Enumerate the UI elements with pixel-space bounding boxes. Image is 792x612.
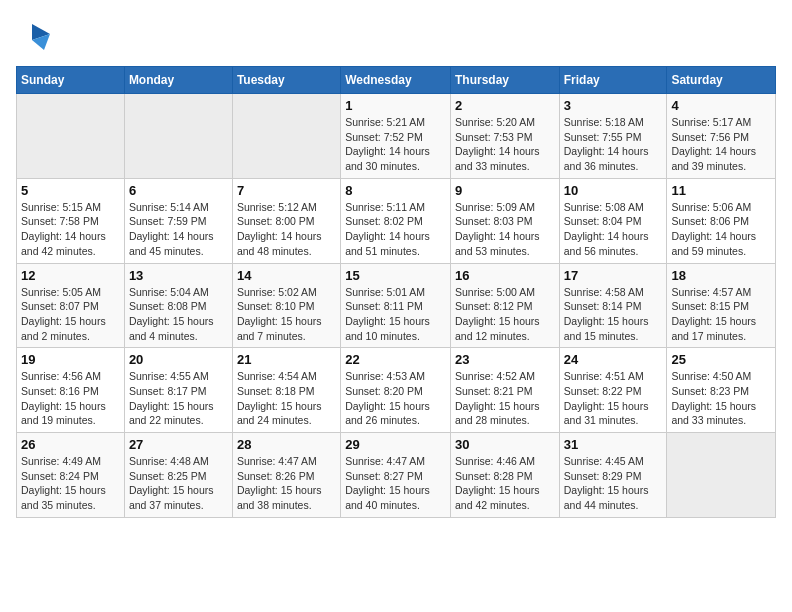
day-info: Sunrise: 4:53 AM Sunset: 8:20 PM Dayligh… (345, 369, 446, 428)
calendar-week-row: 26Sunrise: 4:49 AM Sunset: 8:24 PM Dayli… (17, 433, 776, 518)
calendar-week-row: 5Sunrise: 5:15 AM Sunset: 7:58 PM Daylig… (17, 178, 776, 263)
calendar-cell: 31Sunrise: 4:45 AM Sunset: 8:29 PM Dayli… (559, 433, 667, 518)
weekday-header: Monday (124, 67, 232, 94)
day-number: 26 (21, 437, 120, 452)
calendar-cell: 26Sunrise: 4:49 AM Sunset: 8:24 PM Dayli… (17, 433, 125, 518)
weekday-header: Tuesday (232, 67, 340, 94)
weekday-header: Wednesday (341, 67, 451, 94)
day-info: Sunrise: 5:06 AM Sunset: 8:06 PM Dayligh… (671, 200, 771, 259)
day-number: 27 (129, 437, 228, 452)
calendar-cell (124, 94, 232, 179)
day-info: Sunrise: 5:21 AM Sunset: 7:52 PM Dayligh… (345, 115, 446, 174)
day-number: 25 (671, 352, 771, 367)
day-number: 18 (671, 268, 771, 283)
calendar-table: SundayMondayTuesdayWednesdayThursdayFrid… (16, 66, 776, 518)
logo (16, 16, 52, 58)
calendar-cell: 13Sunrise: 5:04 AM Sunset: 8:08 PM Dayli… (124, 263, 232, 348)
day-number: 10 (564, 183, 663, 198)
calendar-cell: 18Sunrise: 4:57 AM Sunset: 8:15 PM Dayli… (667, 263, 776, 348)
calendar-cell: 12Sunrise: 5:05 AM Sunset: 8:07 PM Dayli… (17, 263, 125, 348)
day-info: Sunrise: 5:01 AM Sunset: 8:11 PM Dayligh… (345, 285, 446, 344)
day-info: Sunrise: 4:57 AM Sunset: 8:15 PM Dayligh… (671, 285, 771, 344)
calendar-cell: 14Sunrise: 5:02 AM Sunset: 8:10 PM Dayli… (232, 263, 340, 348)
calendar-cell: 2Sunrise: 5:20 AM Sunset: 7:53 PM Daylig… (450, 94, 559, 179)
day-info: Sunrise: 5:20 AM Sunset: 7:53 PM Dayligh… (455, 115, 555, 174)
day-info: Sunrise: 4:45 AM Sunset: 8:29 PM Dayligh… (564, 454, 663, 513)
calendar-cell: 27Sunrise: 4:48 AM Sunset: 8:25 PM Dayli… (124, 433, 232, 518)
day-info: Sunrise: 5:14 AM Sunset: 7:59 PM Dayligh… (129, 200, 228, 259)
calendar-cell: 4Sunrise: 5:17 AM Sunset: 7:56 PM Daylig… (667, 94, 776, 179)
day-info: Sunrise: 4:52 AM Sunset: 8:21 PM Dayligh… (455, 369, 555, 428)
day-number: 6 (129, 183, 228, 198)
day-info: Sunrise: 4:48 AM Sunset: 8:25 PM Dayligh… (129, 454, 228, 513)
calendar-cell: 9Sunrise: 5:09 AM Sunset: 8:03 PM Daylig… (450, 178, 559, 263)
day-info: Sunrise: 4:55 AM Sunset: 8:17 PM Dayligh… (129, 369, 228, 428)
calendar-cell: 8Sunrise: 5:11 AM Sunset: 8:02 PM Daylig… (341, 178, 451, 263)
day-number: 31 (564, 437, 663, 452)
day-info: Sunrise: 5:00 AM Sunset: 8:12 PM Dayligh… (455, 285, 555, 344)
day-number: 22 (345, 352, 446, 367)
day-number: 12 (21, 268, 120, 283)
day-info: Sunrise: 5:12 AM Sunset: 8:00 PM Dayligh… (237, 200, 336, 259)
calendar-cell (232, 94, 340, 179)
day-number: 24 (564, 352, 663, 367)
calendar-cell: 23Sunrise: 4:52 AM Sunset: 8:21 PM Dayli… (450, 348, 559, 433)
day-info: Sunrise: 4:47 AM Sunset: 8:26 PM Dayligh… (237, 454, 336, 513)
day-number: 11 (671, 183, 771, 198)
day-info: Sunrise: 4:47 AM Sunset: 8:27 PM Dayligh… (345, 454, 446, 513)
calendar-cell: 17Sunrise: 4:58 AM Sunset: 8:14 PM Dayli… (559, 263, 667, 348)
calendar-cell: 29Sunrise: 4:47 AM Sunset: 8:27 PM Dayli… (341, 433, 451, 518)
calendar-week-row: 19Sunrise: 4:56 AM Sunset: 8:16 PM Dayli… (17, 348, 776, 433)
calendar-header-row: SundayMondayTuesdayWednesdayThursdayFrid… (17, 67, 776, 94)
day-number: 21 (237, 352, 336, 367)
weekday-header: Friday (559, 67, 667, 94)
calendar-cell (17, 94, 125, 179)
calendar-cell: 3Sunrise: 5:18 AM Sunset: 7:55 PM Daylig… (559, 94, 667, 179)
calendar-cell: 11Sunrise: 5:06 AM Sunset: 8:06 PM Dayli… (667, 178, 776, 263)
calendar-week-row: 1Sunrise: 5:21 AM Sunset: 7:52 PM Daylig… (17, 94, 776, 179)
weekday-header: Sunday (17, 67, 125, 94)
day-info: Sunrise: 4:46 AM Sunset: 8:28 PM Dayligh… (455, 454, 555, 513)
day-info: Sunrise: 4:58 AM Sunset: 8:14 PM Dayligh… (564, 285, 663, 344)
calendar-cell: 6Sunrise: 5:14 AM Sunset: 7:59 PM Daylig… (124, 178, 232, 263)
calendar-cell: 5Sunrise: 5:15 AM Sunset: 7:58 PM Daylig… (17, 178, 125, 263)
calendar-cell: 30Sunrise: 4:46 AM Sunset: 8:28 PM Dayli… (450, 433, 559, 518)
day-info: Sunrise: 5:04 AM Sunset: 8:08 PM Dayligh… (129, 285, 228, 344)
day-number: 30 (455, 437, 555, 452)
day-number: 19 (21, 352, 120, 367)
day-info: Sunrise: 4:56 AM Sunset: 8:16 PM Dayligh… (21, 369, 120, 428)
day-info: Sunrise: 5:05 AM Sunset: 8:07 PM Dayligh… (21, 285, 120, 344)
weekday-header: Thursday (450, 67, 559, 94)
day-number: 5 (21, 183, 120, 198)
day-number: 4 (671, 98, 771, 113)
day-number: 1 (345, 98, 446, 113)
day-number: 8 (345, 183, 446, 198)
calendar-cell (667, 433, 776, 518)
calendar-cell: 24Sunrise: 4:51 AM Sunset: 8:22 PM Dayli… (559, 348, 667, 433)
logo-bird-icon (22, 18, 52, 58)
day-number: 17 (564, 268, 663, 283)
day-number: 16 (455, 268, 555, 283)
calendar-cell: 25Sunrise: 4:50 AM Sunset: 8:23 PM Dayli… (667, 348, 776, 433)
day-info: Sunrise: 5:02 AM Sunset: 8:10 PM Dayligh… (237, 285, 336, 344)
day-info: Sunrise: 4:54 AM Sunset: 8:18 PM Dayligh… (237, 369, 336, 428)
day-number: 20 (129, 352, 228, 367)
day-number: 23 (455, 352, 555, 367)
day-info: Sunrise: 5:11 AM Sunset: 8:02 PM Dayligh… (345, 200, 446, 259)
calendar-cell: 21Sunrise: 4:54 AM Sunset: 8:18 PM Dayli… (232, 348, 340, 433)
calendar-cell: 15Sunrise: 5:01 AM Sunset: 8:11 PM Dayli… (341, 263, 451, 348)
day-info: Sunrise: 4:49 AM Sunset: 8:24 PM Dayligh… (21, 454, 120, 513)
day-number: 28 (237, 437, 336, 452)
calendar-cell: 20Sunrise: 4:55 AM Sunset: 8:17 PM Dayli… (124, 348, 232, 433)
day-number: 13 (129, 268, 228, 283)
day-number: 14 (237, 268, 336, 283)
day-info: Sunrise: 5:09 AM Sunset: 8:03 PM Dayligh… (455, 200, 555, 259)
calendar-cell: 22Sunrise: 4:53 AM Sunset: 8:20 PM Dayli… (341, 348, 451, 433)
calendar-cell: 10Sunrise: 5:08 AM Sunset: 8:04 PM Dayli… (559, 178, 667, 263)
day-info: Sunrise: 4:50 AM Sunset: 8:23 PM Dayligh… (671, 369, 771, 428)
day-number: 15 (345, 268, 446, 283)
calendar-week-row: 12Sunrise: 5:05 AM Sunset: 8:07 PM Dayli… (17, 263, 776, 348)
day-info: Sunrise: 5:08 AM Sunset: 8:04 PM Dayligh… (564, 200, 663, 259)
calendar-cell: 16Sunrise: 5:00 AM Sunset: 8:12 PM Dayli… (450, 263, 559, 348)
day-number: 29 (345, 437, 446, 452)
